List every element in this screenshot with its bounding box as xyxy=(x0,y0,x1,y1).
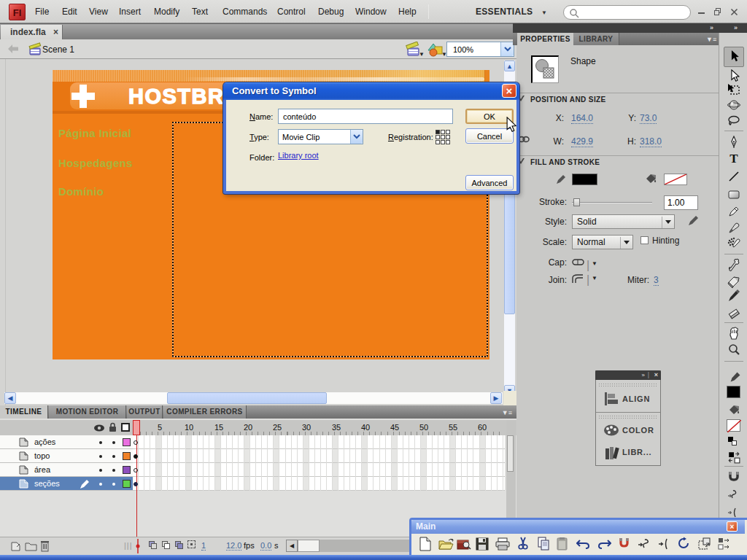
svg-text:T: T xyxy=(729,152,738,166)
